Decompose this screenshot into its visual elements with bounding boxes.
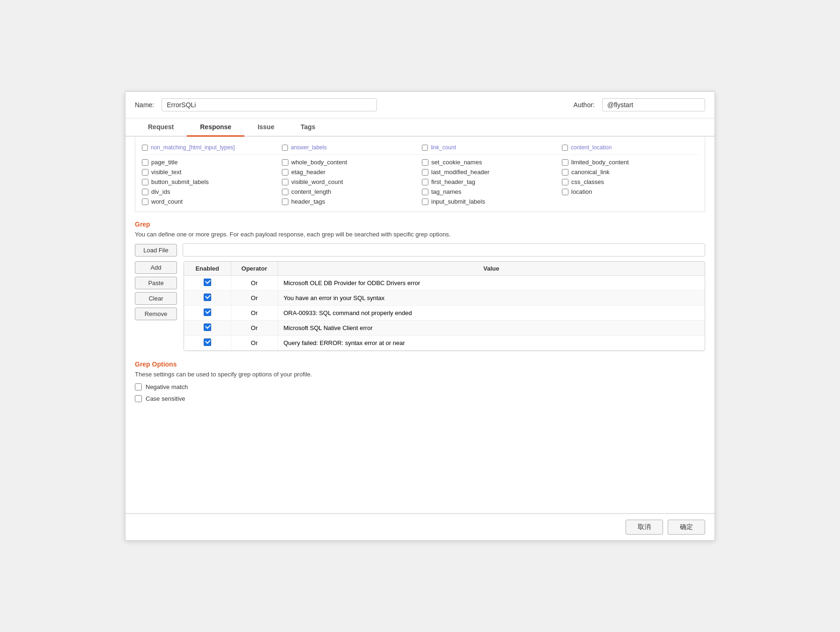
col-enabled: Enabled: [184, 262, 231, 276]
header-row: Name: Author:: [125, 92, 715, 118]
cb-whole_body_content: whole_body_content: [282, 159, 418, 166]
checkbox-page_title[interactable]: [142, 159, 148, 166]
option-case-sensitive-label: Case sensitive: [146, 395, 185, 402]
table-row: OrORA-00933: SQL command not properly en…: [184, 306, 705, 321]
checkbox-last_modified_header[interactable]: [422, 169, 428, 176]
cb-button_submit_labels: button_submit_labels: [142, 178, 278, 185]
cell-value-3: Microsoft SQL Native Client error: [278, 321, 705, 336]
checkbox-canonical_link[interactable]: [562, 169, 568, 176]
checkbox-checked-icon[interactable]: [204, 323, 211, 331]
checkbox-button_submit_labels[interactable]: [142, 179, 148, 185]
tab-request[interactable]: Request: [135, 118, 187, 137]
cb-visible_word_count: visible_word_count: [282, 178, 418, 185]
load-file-row: Load File: [135, 243, 705, 257]
load-file-input[interactable]: [183, 243, 705, 257]
cell-value-4: Query failed: ERROR: syntax error at or …: [278, 336, 705, 351]
checkbox-css_classes[interactable]: [562, 179, 568, 185]
clear-button[interactable]: Clear: [135, 292, 177, 305]
checkbox-partial-2[interactable]: [422, 145, 428, 151]
cell-enabled-4[interactable]: [184, 336, 231, 351]
checkbox-partial-3[interactable]: [562, 145, 568, 151]
paste-button[interactable]: Paste: [135, 277, 177, 289]
confirm-button[interactable]: 确定: [668, 520, 705, 535]
cell-enabled-1[interactable]: [184, 291, 231, 306]
checkbox-checked-icon[interactable]: [204, 294, 211, 301]
load-file-button[interactable]: Load File: [135, 244, 177, 257]
tab-issue[interactable]: Issue: [244, 118, 287, 137]
grep-options-section: Grep Options These settings can be used …: [135, 360, 705, 402]
grep-layout: Add Paste Clear Remove Enabled Operator …: [135, 261, 705, 351]
main-content: non_matching_[html_input_types] answer_l…: [125, 137, 715, 508]
checkbox-checked-icon[interactable]: [204, 309, 211, 316]
grep-section-title: Grep: [135, 220, 705, 228]
cb-etag_header: etag_header: [282, 169, 418, 176]
cb-set_cookie_names: set_cookie_names: [422, 159, 558, 166]
cb-header_tags: header_tags: [282, 198, 418, 205]
name-label: Name:: [135, 101, 154, 109]
grep-table-body: OrMicrosoft OLE DB Provider for ODBC Dri…: [184, 276, 705, 351]
cb-limited_body_content: limited_body_content: [562, 159, 698, 166]
remove-button[interactable]: Remove: [135, 308, 177, 320]
cb-visible_text: visible_text: [142, 169, 278, 176]
cell-value-0: Microsoft OLE DB Provider for ODBC Drive…: [278, 276, 705, 291]
cell-enabled-3[interactable]: [184, 321, 231, 336]
cb-word_count: word_count: [142, 198, 278, 205]
option-case-sensitive: Case sensitive: [135, 395, 705, 402]
checkbox-first_header_tag[interactable]: [422, 179, 428, 185]
checkbox-input_submit_labels[interactable]: [422, 198, 428, 205]
col-value: Value: [278, 262, 705, 276]
cb-first_header_tag: first_header_tag: [422, 178, 558, 185]
checkbox-checked-icon[interactable]: [204, 338, 211, 346]
grep-table: Enabled Operator Value OrMicrosoft OLE D…: [184, 262, 705, 351]
cell-enabled-2[interactable]: [184, 306, 231, 321]
table-row: OrYou have an error in your SQL syntax: [184, 291, 705, 306]
table-row: OrMicrosoft SQL Native Client error: [184, 321, 705, 336]
footer: 取消 确定: [125, 514, 715, 540]
tab-tags[interactable]: Tags: [287, 118, 329, 137]
cell-operator-1: Or: [231, 291, 278, 306]
checkbox-etag_header[interactable]: [282, 169, 288, 176]
cell-operator-3: Or: [231, 321, 278, 336]
main-window: Name: Author: Request Response Issue Tag…: [125, 91, 715, 541]
add-button[interactable]: Add: [135, 261, 177, 274]
checkbox-div_ids[interactable]: [142, 189, 148, 195]
checkbox-grid: page_title whole_body_content set_cookie…: [142, 159, 698, 205]
cb-last_modified_header: last_modified_header: [422, 169, 558, 176]
cell-operator-2: Or: [231, 306, 278, 321]
grep-options-description: These settings can be used to specify gr…: [135, 371, 705, 378]
partial-item-2: link_count: [422, 144, 558, 151]
checkbox-set_cookie_names[interactable]: [422, 159, 428, 166]
cancel-button[interactable]: 取消: [626, 520, 663, 535]
grep-table-wrapper: Enabled Operator Value OrMicrosoft OLE D…: [184, 261, 705, 351]
checkbox-visible_word_count[interactable]: [282, 179, 288, 185]
checkbox-limited_body_content[interactable]: [562, 159, 568, 166]
tab-response[interactable]: Response: [187, 118, 244, 137]
checkbox-tag_names[interactable]: [422, 189, 428, 195]
checkbox-partial-0[interactable]: [142, 145, 148, 151]
checkbox-word_count[interactable]: [142, 198, 148, 205]
grep-options-title: Grep Options: [135, 360, 705, 368]
name-input[interactable]: [162, 98, 377, 111]
cb-css_classes: css_classes: [562, 178, 698, 185]
cell-value-1: You have an error in your SQL syntax: [278, 291, 705, 306]
option-negative-match: Negative match: [135, 383, 705, 390]
checkbox-header_tags[interactable]: [282, 198, 288, 205]
checkbox-case-sensitive[interactable]: [135, 395, 142, 402]
checkbox-negative-match[interactable]: [135, 383, 142, 390]
cb-content_length: content_length: [282, 188, 418, 195]
table-row: OrMicrosoft OLE DB Provider for ODBC Dri…: [184, 276, 705, 291]
cb-input_submit_labels: input_submit_labels: [422, 198, 558, 205]
grep-description: You can define one or more greps. For ea…: [135, 231, 705, 238]
cb-div_ids: div_ids: [142, 188, 278, 195]
checkbox-visible_text[interactable]: [142, 169, 148, 176]
checkbox-checked-icon[interactable]: [204, 279, 211, 286]
tabs-row: Request Response Issue Tags: [125, 118, 715, 137]
cell-operator-0: Or: [231, 276, 278, 291]
checkbox-whole_body_content[interactable]: [282, 159, 288, 166]
cell-enabled-0[interactable]: [184, 276, 231, 291]
cell-operator-4: Or: [231, 336, 278, 351]
author-input[interactable]: [602, 98, 705, 111]
checkbox-content_length[interactable]: [282, 189, 288, 195]
checkbox-partial-1[interactable]: [282, 145, 288, 151]
checkbox-location[interactable]: [562, 189, 568, 195]
